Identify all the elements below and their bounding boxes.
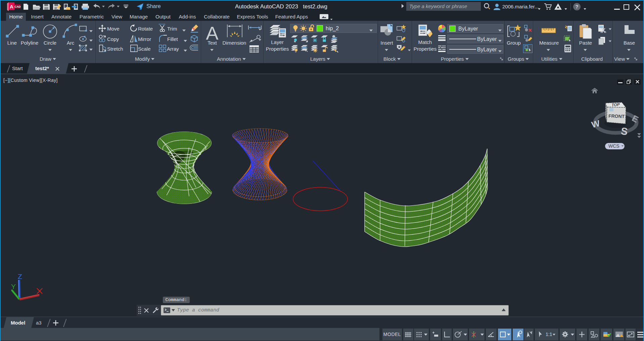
svg-text:Z: Z bbox=[18, 273, 22, 280]
svg-text:S: S bbox=[620, 125, 628, 137]
svg-text:TOP: TOP bbox=[611, 102, 620, 107]
svg-text:?: ? bbox=[575, 4, 578, 9]
svg-text:A: A bbox=[10, 4, 13, 9]
svg-text:W: W bbox=[590, 118, 601, 130]
svg-text:FRONT: FRONT bbox=[608, 113, 625, 119]
svg-text:CAD: CAD bbox=[14, 5, 20, 8]
svg-text:Y: Y bbox=[11, 283, 16, 290]
